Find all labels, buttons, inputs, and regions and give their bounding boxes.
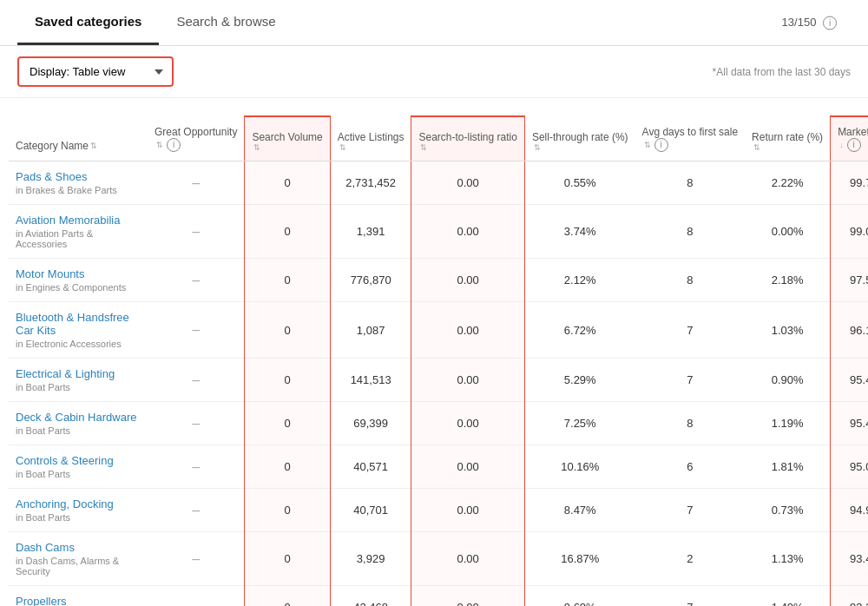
cell-sell-through: 0.55%	[524, 161, 635, 205]
cell-ratio: 0.00	[411, 259, 524, 302]
sort-icon-return-rate[interactable]: ⇅	[753, 143, 760, 152]
cell-category: Bluetooth & Handsfree Car Kits in Electr…	[9, 302, 148, 359]
category-sub: in Brakes & Brake Parts	[16, 185, 141, 195]
tabs-header: Saved categories Search & browse 13/150 …	[0, 0, 868, 46]
table-row: Bluetooth & Handsfree Car Kits in Electr…	[9, 302, 868, 359]
cell-opportunity: –	[148, 161, 245, 205]
table-row: Propellers in Boat Parts – 0 42,468 0.00…	[9, 586, 868, 607]
sort-icon-category[interactable]: ⇅	[90, 142, 97, 150]
category-name-link[interactable]: Pads & Shoes	[16, 170, 141, 183]
cell-sell-through: 6.72%	[524, 302, 635, 359]
cell-sell-through: 2.12%	[524, 259, 635, 302]
cell-ratio: 0.00	[411, 445, 524, 489]
cell-sell-through: 3.74%	[524, 205, 635, 259]
tab-saved-categories[interactable]: Saved categories	[17, 0, 159, 45]
cell-avg-days: 8	[635, 205, 746, 259]
cell-return-rate: 2.22%	[745, 161, 831, 205]
cell-sell-through: 7.25%	[524, 402, 635, 445]
cell-active-listings: 69,399	[330, 402, 411, 445]
cell-category: Deck & Cabin Hardware in Boat Parts	[9, 402, 148, 445]
category-name-link[interactable]: Propellers	[16, 595, 141, 606]
category-sub: in Aviation Parts & Accessories	[16, 228, 141, 249]
cell-sell-through: 5.29%	[524, 359, 635, 402]
cell-market-share: 93.42%	[831, 532, 868, 586]
cell-search-volume: 0	[245, 489, 330, 532]
cell-category: Propellers in Boat Parts	[9, 586, 148, 607]
data-note: *All data from the last 30 days	[713, 66, 851, 78]
display-dropdown[interactable]: Display: Table view Display: Card view	[17, 56, 174, 87]
cell-market-share: 95.43%	[831, 359, 868, 402]
cell-search-volume: 0	[245, 161, 330, 205]
opportunity-info-icon[interactable]: i	[167, 138, 181, 152]
sort-icon-active-listings[interactable]: ⇅	[339, 143, 346, 152]
col-search-volume: Search Volume ⇅	[245, 116, 330, 161]
table-row: Aviation Memorabilia in Aviation Parts &…	[9, 205, 868, 259]
cell-return-rate: 0.90%	[745, 359, 831, 402]
cell-active-listings: 3,929	[330, 532, 411, 586]
category-sub: in Electronic Accessories	[16, 339, 141, 349]
category-sub: in Dash Cams, Alarms & Security	[16, 556, 141, 576]
category-name-link[interactable]: Controls & Steering	[16, 454, 141, 467]
cell-search-volume: 0	[245, 445, 330, 489]
sort-icon-ratio[interactable]: ⇅	[420, 143, 427, 152]
sort-icon-sell-through[interactable]: ⇅	[534, 143, 541, 152]
category-name-link[interactable]: Aviation Memorabilia	[16, 214, 141, 227]
cell-market-share: 96.11%	[831, 302, 868, 359]
cell-search-volume: 0	[245, 259, 330, 302]
cell-market-share: 99.02%	[831, 205, 868, 259]
cell-return-rate: 1.40%	[745, 586, 831, 607]
tab-search-browse[interactable]: Search & browse	[159, 0, 293, 45]
cell-return-rate: 1.81%	[745, 445, 831, 489]
cell-sell-through: 10.16%	[524, 445, 635, 489]
category-name-link[interactable]: Electrical & Lighting	[16, 367, 141, 380]
cell-avg-days: 8	[635, 259, 746, 302]
cell-market-share: 95.03%	[831, 445, 868, 489]
cell-search-volume: 0	[245, 402, 330, 445]
category-sub: in Boat Parts	[16, 425, 141, 436]
cell-active-listings: 141,513	[330, 359, 411, 402]
category-name-link[interactable]: Anchoring, Docking	[16, 497, 141, 510]
col-opportunity: Great Opportunity ⇅ i	[148, 116, 245, 161]
counter-info-icon[interactable]: i	[823, 16, 837, 30]
sort-icon-opportunity[interactable]: ⇅	[156, 141, 163, 149]
cell-category: Dash Cams in Dash Cams, Alarms & Securit…	[9, 532, 148, 586]
cell-search-volume: 0	[245, 532, 330, 586]
col-search-listing-ratio: Search-to-listing ratio ⇅	[411, 116, 524, 161]
col-sell-through: Sell-through rate (%) ⇅	[524, 116, 635, 161]
table-body: Pads & Shoes in Brakes & Brake Parts – 0…	[9, 161, 868, 607]
cell-active-listings: 776,870	[330, 259, 411, 302]
sort-icon-search-volume[interactable]: ⇅	[253, 143, 260, 152]
cell-market-share: 99.74%	[831, 161, 868, 205]
category-name-link[interactable]: Dash Cams	[16, 541, 141, 554]
category-sub: in Boat Parts	[16, 512, 141, 523]
cell-opportunity: –	[148, 586, 245, 607]
cell-category: Anchoring, Docking in Boat Parts	[9, 489, 148, 532]
table-container: Category Name ⇅ Great Opportunity ⇅ i Se…	[0, 115, 868, 606]
category-name-link[interactable]: Bluetooth & Handsfree Car Kits	[16, 311, 141, 337]
cell-ratio: 0.00	[411, 161, 524, 205]
col-avg-days: Avg days to first sale ⇅ i	[635, 116, 746, 161]
col-active-listings: Active Listings ⇅	[330, 116, 411, 161]
category-name-link[interactable]: Motor Mounts	[16, 267, 141, 280]
cell-avg-days: 2	[635, 532, 746, 586]
cell-avg-days: 7	[635, 302, 746, 359]
cell-return-rate: 1.03%	[745, 302, 831, 359]
cell-active-listings: 2,731,452	[330, 161, 411, 205]
category-sub: in Engines & Components	[16, 282, 141, 293]
table-row: Controls & Steering in Boat Parts – 0 40…	[9, 445, 868, 489]
table-row: Dash Cams in Dash Cams, Alarms & Securit…	[9, 532, 868, 586]
table-row: Anchoring, Docking in Boat Parts – 0 40,…	[9, 489, 868, 532]
cell-return-rate: 0.73%	[745, 489, 831, 532]
sort-icon-avg-days[interactable]: ⇅	[644, 141, 651, 149]
cell-avg-days: 7	[635, 359, 746, 402]
market-share-info-icon[interactable]: i	[847, 138, 861, 152]
cell-ratio: 0.00	[411, 359, 524, 402]
category-name-link[interactable]: Deck & Cabin Hardware	[16, 411, 141, 424]
cell-opportunity: –	[148, 402, 245, 445]
sort-icon-market-share[interactable]: ↓	[839, 141, 844, 149]
cell-active-listings: 40,701	[330, 489, 411, 532]
cell-market-share: 92.31%	[831, 586, 868, 607]
cell-ratio: 0.00	[411, 302, 524, 359]
cell-category: Aviation Memorabilia in Aviation Parts &…	[9, 205, 148, 259]
avg-days-info-icon[interactable]: i	[654, 138, 668, 152]
